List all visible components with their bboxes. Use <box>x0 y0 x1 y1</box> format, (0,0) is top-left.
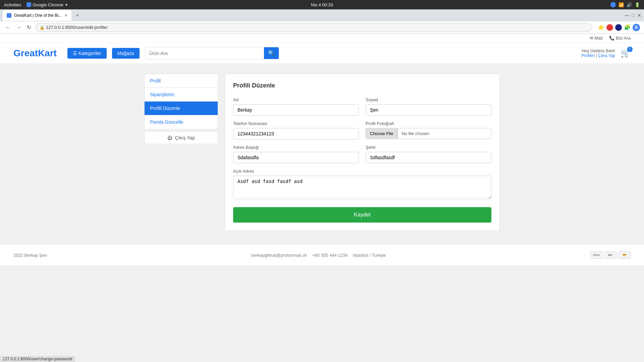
acik-adres-label: Açık Adres <box>233 169 491 174</box>
welcome-text: Hoş Geldiniz Brktrl Profilim | Çıkış Yap <box>581 49 615 58</box>
profil-foto-group: Profil Fotoğrafı Choose File No file cho… <box>366 121 491 139</box>
profile-icon[interactable]: B <box>633 24 640 31</box>
chrome-toolbar: ⭐ 🧩 B <box>598 24 640 31</box>
ad-group: Ad <box>233 97 359 116</box>
browser-dropdown-icon[interactable]: ▼ <box>65 3 68 7</box>
power-icon: ⏻ <box>167 135 172 140</box>
cikis-link[interactable]: Çıkış Yap <box>598 53 615 58</box>
ad-input[interactable] <box>233 104 359 116</box>
site-logo[interactable]: GreatKart <box>13 48 57 59</box>
tab-close-btn[interactable]: ✕ <box>64 13 67 18</box>
page-content: Profil Siparişlerim Profili Düzenle Paro… <box>138 74 506 231</box>
adres-baslik-label: Adres Başlığı <box>233 145 359 150</box>
activities-label[interactable]: Activities <box>4 2 21 7</box>
visa-card-icon: VISA <box>590 251 602 259</box>
telefon-group: Telefon Numarası <box>233 121 359 139</box>
footer-phone: +90 555 444 1234 <box>312 253 347 258</box>
telefon-input[interactable] <box>233 128 359 139</box>
ad-soyad-row: Ad Soyad <box>233 97 491 116</box>
tab-title: GreatKart | One of the Bi... <box>14 13 62 18</box>
back-btn[interactable]: ← <box>4 23 12 32</box>
forward-btn[interactable]: → <box>15 23 23 32</box>
telefon-label: Telefon Numarası <box>233 121 359 126</box>
volume-icon: 🔊 <box>627 2 632 7</box>
address-bar: ← → ↻ 🔒 127.0.0.1:8000/user/edit-profile… <box>0 21 644 34</box>
search-button[interactable]: 🔍 <box>264 47 279 59</box>
file-input-wrapper: Choose File No file chosen <box>366 128 491 139</box>
os-bar: Activities Google Chrome ▼ Nis 4 00:33 📶… <box>0 0 644 9</box>
os-tray: 📶 🔊 🔋 <box>610 2 640 7</box>
close-btn[interactable]: ✕ <box>637 13 641 18</box>
chrome-tray-icon <box>610 2 616 7</box>
url-box[interactable]: 🔒 127.0.0.1:8000/user/edit-profile/ <box>35 23 592 32</box>
sehir-group: Şehir <box>366 145 491 163</box>
browser-favicon <box>26 2 31 7</box>
sidebar-item-parola-guncelle[interactable]: Parola Güncelle <box>144 115 218 129</box>
footer-location: Istanbul / Turkiye <box>353 253 386 258</box>
sehir-label: Şehir <box>366 145 491 150</box>
site-footer: 2022 Berkay Şen berkaygithub@protonmail.… <box>0 244 644 265</box>
profil-foto-label: Profil Fotoğrafı <box>366 121 491 126</box>
new-tab-btn[interactable]: + <box>73 11 82 20</box>
soyad-input[interactable] <box>366 104 491 116</box>
profilim-link[interactable]: Profilim <box>581 53 595 58</box>
restore-btn[interactable]: □ <box>632 13 635 18</box>
browser-label[interactable]: Google Chrome <box>33 2 63 7</box>
url-text: 127.0.0.1:8000/user/edit-profile/ <box>46 25 108 30</box>
choose-file-btn[interactable]: Choose File <box>366 128 397 139</box>
sidebar-item-siparislerim[interactable]: Siparişlerim <box>144 87 218 101</box>
ad-label: Ad <box>233 97 359 102</box>
wifi-icon: 📶 <box>619 2 624 7</box>
extension-icon-red[interactable] <box>606 24 613 31</box>
refresh-btn[interactable]: ↻ <box>25 23 33 32</box>
file-chosen-text: No file chosen <box>397 128 433 139</box>
contact-link[interactable]: 📞 Bizi Ara <box>609 36 631 41</box>
magaza-btn[interactable]: Mağaza <box>112 48 140 59</box>
header-right: Hoş Geldiniz Brktrl Profilim | Çıkış Yap… <box>581 49 631 58</box>
site-header: GreatKart ☰ Kategoriler Mağaza 🔍 Hoş Gel… <box>0 43 644 64</box>
save-button[interactable]: Kaydet <box>233 207 491 223</box>
panel-title: Profili Düzenle <box>233 82 491 89</box>
copyright: 2022 Berkay Şen <box>13 253 47 258</box>
lock-icon: 🔒 <box>40 25 45 30</box>
adres-baslik-input[interactable] <box>233 152 359 163</box>
cart-icon[interactable]: 🛒 0 <box>621 49 631 58</box>
tab-favicon <box>7 13 11 18</box>
active-tab[interactable]: GreatKart | One of the Bi... ✕ <box>3 10 71 21</box>
footer-contact: berkaygithub@protonmail.ch +90 555 444 1… <box>251 253 386 258</box>
sidebar: Profil Siparişlerim Profili Düzenle Paro… <box>144 74 218 231</box>
payment-icon: 💳 <box>619 251 631 259</box>
soyad-group: Soyad <box>366 97 491 116</box>
mastercard-icon: MC <box>604 251 616 259</box>
bookmark-icon[interactable]: ⭐ <box>598 24 604 31</box>
footer-email: berkaygithub@protonmail.ch <box>251 253 307 258</box>
soyad-label: Soyad <box>366 97 491 102</box>
search-box: 🔍 <box>145 47 279 59</box>
logout-btn[interactable]: ⏻ Çıkış Yap <box>144 131 218 144</box>
os-datetime: Nis 4 00:33 <box>311 2 333 7</box>
utility-bar: ✉ Mail 📞 Bizi Ara <box>0 34 644 43</box>
chrome-tab-bar: GreatKart | One of the Bi... ✕ + ─ □ ✕ <box>0 9 644 21</box>
cart-badge: 0 <box>627 47 633 52</box>
sidebar-item-profili-duzenle[interactable]: Profili Düzenle <box>144 101 218 115</box>
acik-adres-group: Açık Adres Asdf asd fasd fasdf asd <box>233 169 491 199</box>
main-panel: Profili Düzenle Ad Soyad Telefon Numaras… <box>225 74 500 231</box>
adres-sehir-row: Adres Başlığı Şehir <box>233 145 491 163</box>
battery-icon: 🔋 <box>635 2 640 7</box>
extension-icon-blue[interactable] <box>615 24 622 31</box>
search-input[interactable] <box>145 47 264 59</box>
adres-baslik-group: Adres Başlığı <box>233 145 359 163</box>
footer-cards: VISA MC 💳 <box>590 251 631 259</box>
acik-adres-input[interactable]: Asdf asd fasd fasdf asd <box>233 176 491 199</box>
mail-link[interactable]: ✉ Mail <box>590 36 602 41</box>
sehir-input[interactable] <box>366 152 491 163</box>
minimize-btn[interactable]: ─ <box>625 12 629 19</box>
kategoriler-btn[interactable]: ☰ Kategoriler <box>67 48 107 59</box>
extensions-btn[interactable]: 🧩 <box>624 24 631 31</box>
sidebar-item-profil[interactable]: Profil <box>144 74 218 87</box>
telefon-foto-row: Telefon Numarası Profil Fotoğrafı Choose… <box>233 121 491 139</box>
